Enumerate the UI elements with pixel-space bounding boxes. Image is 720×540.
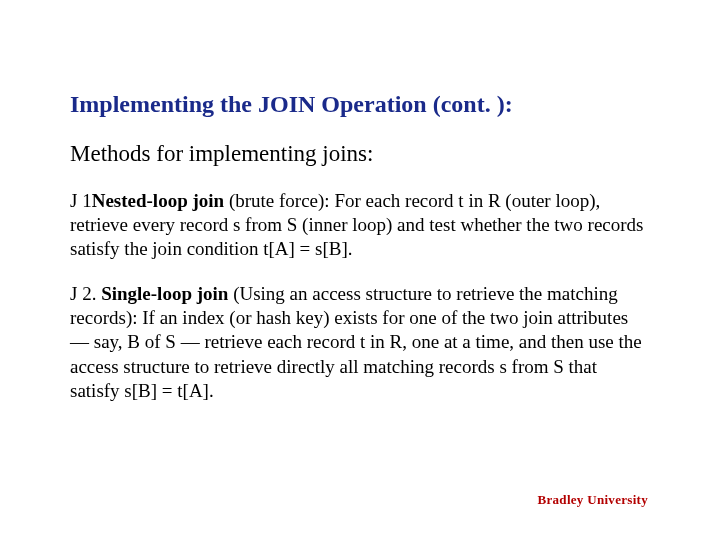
j1-name: Nested-loop join <box>92 190 224 211</box>
footer-logo: Bradley University <box>538 492 648 508</box>
j2-name: Single-loop join <box>101 283 228 304</box>
j1-label: J 1 <box>70 190 92 211</box>
paragraph-j2: J 2. Single-loop join (Using an access s… <box>70 282 650 404</box>
slide: Implementing the JOIN Operation (cont. )… <box>0 0 720 540</box>
j2-label: J 2. <box>70 283 101 304</box>
slide-subtitle: Methods for implementing joins: <box>70 141 650 167</box>
paragraph-j1: J 1Nested-loop join (brute force): For e… <box>70 189 650 262</box>
slide-title: Implementing the JOIN Operation (cont. )… <box>70 90 650 119</box>
